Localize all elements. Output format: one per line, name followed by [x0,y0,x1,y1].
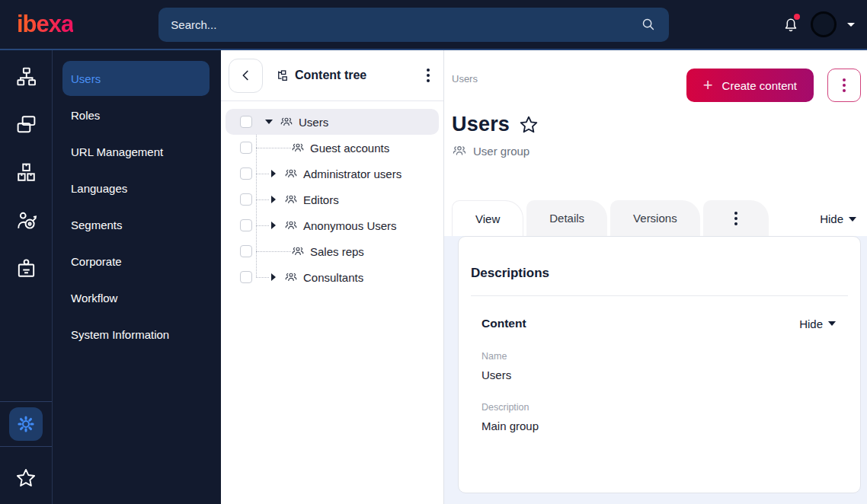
caret-down-icon [828,321,836,326]
user-group-icon [291,244,305,258]
user-group-icon [284,219,298,232]
search-input[interactable] [171,18,640,31]
sidebar-item-roles[interactable]: Roles [62,97,210,132]
gear-icon [15,413,37,435]
settings-button[interactable] [9,407,43,441]
bookmarks-button[interactable] [9,463,43,493]
hide-label: Hide [799,317,823,330]
tab-details[interactable]: Details [526,200,607,236]
sidebar-item-label: Languages [71,182,127,195]
tree-checkbox[interactable] [240,245,252,257]
user-avatar[interactable] [811,11,837,37]
bookmark-star-button[interactable] [519,115,539,135]
sidebar-item-languages[interactable]: Languages [62,171,210,206]
section-hide-toggle[interactable]: Hide [799,317,836,330]
tree-checkbox[interactable] [240,142,252,154]
main-content: Users + Create content Users [444,50,867,504]
tab-versions[interactable]: Versions [610,200,700,236]
icon-rail [0,50,53,504]
rail-item-content-structure[interactable] [9,59,43,93]
global-search[interactable] [158,8,669,42]
tree-row-sales-reps[interactable]: Sales reps [226,238,439,264]
app-shell: Users Roles URL Management Languages Seg… [0,50,867,504]
create-content-button[interactable]: + Create content [686,69,814,102]
user-group-icon [452,143,467,158]
caret-collapsed-icon[interactable] [269,273,278,281]
tree-row-administrator-users[interactable]: Administrator users [226,161,439,187]
id-badge-icon [15,257,37,279]
sidebar-item-system-information[interactable]: System Information [62,317,210,352]
ibexa-logo[interactable]: ibexa [17,11,73,38]
tree-checkbox[interactable] [240,219,252,231]
tabs-row: View Details Versions Hide [452,200,861,236]
content-tree-title: Content tree [295,69,366,82]
tab-view[interactable]: View [452,200,523,236]
tree-checkbox[interactable] [240,167,252,180]
tab-content-area: Descriptions Content Hide Name Users De [444,236,867,504]
sidebar-item-workflow[interactable]: Workflow [62,280,210,315]
tree-row-label: Guest accounts [310,142,389,155]
kebab-icon [734,212,737,225]
tab-label: View [475,212,500,225]
search-icon[interactable] [640,16,657,33]
sidebar-item-label: Segments [71,219,123,231]
rail-divider [0,446,52,447]
page-title: Users [452,113,510,136]
audience-target-icon [15,209,37,231]
rail-bottom-group [0,396,52,493]
tree-row-users[interactable]: Users [226,109,439,135]
user-group-icon [284,167,298,180]
user-menu-caret-icon[interactable] [847,23,855,27]
content-section: Content Hide Name Users Description Main… [471,317,848,432]
content-tree-panel: Content tree [221,50,444,504]
caret-collapsed-icon[interactable] [269,196,278,203]
field-label-name: Name [481,351,837,362]
caret-expanded-icon[interactable] [264,120,274,124]
breadcrumb[interactable]: Users [452,73,478,85]
sidebar-item-users[interactable]: Users [62,61,210,96]
sidebar-item-label: Corporate [71,255,122,268]
card-divider [471,295,848,296]
tree-checkbox[interactable] [240,271,252,283]
tree-row-label: Anonymous Users [303,219,397,232]
rail-item-content[interactable] [9,107,43,141]
tree-row-label: Consultants [303,271,363,284]
tree-row-editors[interactable]: Editors [226,187,439,212]
sidebar-item-corporate[interactable]: Corporate [62,244,210,279]
collapse-panel-button[interactable] [229,59,263,93]
content-type-label: User group [473,145,529,158]
page-header: Users + Create content Users [444,50,867,236]
tree-row-anonymous-users[interactable]: Anonymous Users [226,212,439,238]
notifications-button[interactable] [782,15,800,33]
content-tree-title-group: Content tree [276,69,366,82]
sidebar-item-label: URL Management [71,145,163,158]
hide-all-toggle[interactable]: Hide [820,212,856,225]
tab-more-button[interactable] [703,200,769,236]
rail-item-products[interactable] [9,155,43,189]
page-title-row: Users [452,113,861,136]
sidebar-item-label: Workflow [71,292,117,305]
sidebar-item-segments[interactable]: Segments [62,207,210,242]
caret-collapsed-icon[interactable] [269,222,278,229]
tree-row-label: Administrator users [303,167,402,180]
stacked-cards-icon [15,113,37,136]
notification-dot [794,14,800,20]
breadcrumb-and-actions: Users + Create content [452,69,861,102]
tree-row-label: Users [299,116,328,129]
content-tree-menu-button[interactable] [424,65,433,85]
hide-label: Hide [820,212,843,225]
tree-row-consultants[interactable]: Consultants [226,264,439,290]
caret-collapsed-icon[interactable] [269,170,278,177]
tree-checkbox[interactable] [240,193,252,206]
sitemap-icon [15,65,37,88]
admin-sidebar: Users Roles URL Management Languages Seg… [53,50,221,504]
tree-row-guest-accounts[interactable]: Guest accounts [226,135,439,161]
rail-item-personalization[interactable] [9,203,43,237]
plus-icon: + [703,77,713,94]
content-tree-header: Content tree [221,50,443,101]
card-heading: Descriptions [471,266,848,281]
sidebar-item-url-management[interactable]: URL Management [62,134,210,169]
rail-item-corporate[interactable] [9,251,43,285]
tree-checkbox[interactable] [240,116,252,128]
more-actions-button[interactable] [827,69,861,102]
